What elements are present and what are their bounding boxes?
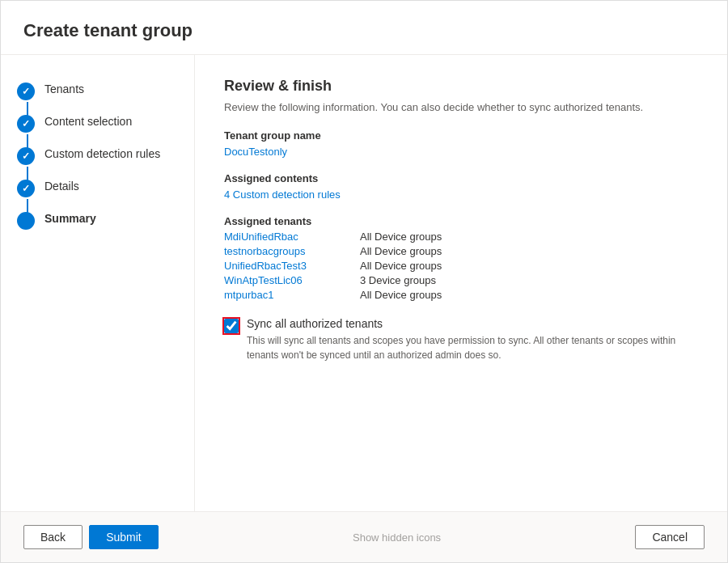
tenant-link[interactable]: MdiUnifiedRbac bbox=[224, 231, 353, 243]
tenant-scope: All Device groups bbox=[360, 289, 442, 301]
step-label-details: Details bbox=[44, 178, 79, 193]
back-button[interactable]: Back bbox=[23, 525, 83, 549]
main-body: ✓ Tenants ✓ Content selection ✓ Custom d… bbox=[1, 55, 727, 511]
cancel-button[interactable]: Cancel bbox=[635, 525, 705, 549]
checkmark-icon-3: ✓ bbox=[22, 150, 30, 162]
window: Create tenant group ✓ Tenants ✓ Content … bbox=[0, 0, 728, 563]
step-circle-details: ✓ bbox=[17, 180, 35, 197]
checkmark-icon-4: ✓ bbox=[22, 183, 30, 194]
tenant-scope: All Device groups bbox=[360, 231, 442, 243]
table-row: WinAtpTestLic063 Device groups bbox=[224, 274, 698, 286]
step-circle-custom-detection: ✓ bbox=[17, 147, 35, 165]
tenant-group-name-label: Tenant group name bbox=[224, 129, 698, 142]
tenant-link[interactable]: WinAtpTestLic06 bbox=[224, 274, 353, 286]
table-row: MdiUnifiedRbacAll Device groups bbox=[224, 231, 698, 243]
assigned-tenants-label: Assigned tenants bbox=[224, 215, 698, 227]
tenant-group-name-link[interactable]: DocuTestonly bbox=[224, 146, 287, 158]
sidebar-item-details[interactable]: ✓ Details bbox=[1, 171, 194, 204]
sync-description: This will sync all tenants and scopes yo… bbox=[247, 333, 698, 362]
tenant-scope: All Device groups bbox=[360, 245, 442, 257]
content-area: Review & finish Review the following inf… bbox=[195, 55, 727, 511]
table-row: mtpurbac1All Device groups bbox=[224, 289, 698, 301]
assigned-contents-link[interactable]: 4 Custom detection rules bbox=[224, 188, 341, 201]
tenants-table: MdiUnifiedRbacAll Device groupstestnorba… bbox=[224, 231, 698, 301]
tenant-link[interactable]: mtpurbac1 bbox=[224, 289, 353, 301]
step-label-tenants: Tenants bbox=[44, 81, 84, 95]
sync-checkbox[interactable] bbox=[224, 319, 239, 333]
assigned-contents-field: Assigned contents 4 Custom detection rul… bbox=[224, 172, 698, 201]
table-row: UnifiedRbacTest3All Device groups bbox=[224, 260, 698, 272]
tenant-scope: 3 Device groups bbox=[360, 274, 436, 286]
sidebar-item-tenants[interactable]: ✓ Tenants bbox=[1, 74, 194, 107]
sync-row: Sync all authorized tenants This will sy… bbox=[224, 317, 698, 362]
sync-label: Sync all authorized tenants bbox=[247, 317, 698, 330]
sync-text: Sync all authorized tenants This will sy… bbox=[247, 317, 698, 362]
tenant-link[interactable]: UnifiedRbacTest3 bbox=[224, 260, 353, 272]
sync-checkbox-wrapper bbox=[224, 319, 239, 333]
page-title: Create tenant group bbox=[23, 20, 705, 41]
checkmark-icon-2: ✓ bbox=[22, 118, 30, 129]
tenant-link[interactable]: testnorbacgroups bbox=[224, 245, 353, 257]
footer: Back Submit Show hidden icons Cancel bbox=[1, 511, 727, 562]
step-circle-tenants: ✓ bbox=[17, 83, 35, 100]
sidebar-item-summary[interactable]: Summary bbox=[1, 204, 194, 236]
step-circle-summary bbox=[17, 212, 35, 230]
sidebar-item-content-selection[interactable]: ✓ Content selection bbox=[1, 107, 194, 139]
assigned-contents-label: Assigned contents bbox=[224, 172, 698, 184]
show-hidden-icons: Show hidden icons bbox=[165, 531, 629, 544]
table-row: testnorbacgroupsAll Device groups bbox=[224, 245, 698, 257]
checkmark-icon: ✓ bbox=[22, 86, 30, 97]
step-label-summary: Summary bbox=[44, 210, 96, 225]
section-title: Review & finish bbox=[224, 78, 698, 95]
sidebar-item-custom-detection[interactable]: ✓ Custom detection rules bbox=[1, 139, 194, 171]
page-header: Create tenant group bbox=[1, 1, 727, 55]
tenant-group-name-field: Tenant group name DocuTestonly bbox=[224, 129, 698, 158]
tenant-scope: All Device groups bbox=[360, 260, 442, 272]
sidebar: ✓ Tenants ✓ Content selection ✓ Custom d… bbox=[1, 55, 195, 511]
assigned-tenants-field: Assigned tenants MdiUnifiedRbacAll Devic… bbox=[224, 215, 698, 301]
step-label-custom-detection: Custom detection rules bbox=[44, 146, 160, 160]
section-subtitle: Review the following information. You ca… bbox=[224, 101, 698, 113]
submit-button[interactable]: Submit bbox=[89, 525, 159, 549]
step-label-content-selection: Content selection bbox=[44, 113, 132, 128]
step-circle-content-selection: ✓ bbox=[17, 115, 35, 133]
